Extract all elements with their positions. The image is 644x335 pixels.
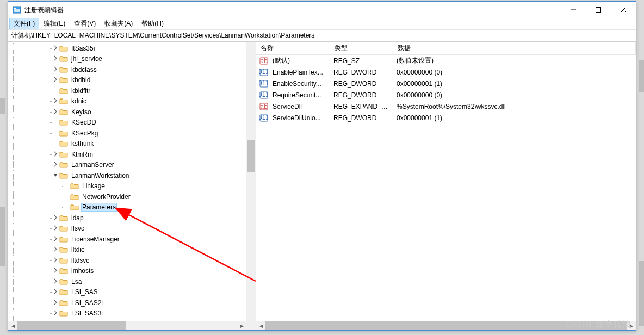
binary-value-icon: 011 <box>259 68 268 77</box>
folder-icon <box>59 214 68 222</box>
menu-favorites[interactable]: 收藏夹(A) <box>100 18 137 29</box>
expand-toggle[interactable] <box>52 215 59 221</box>
value-row[interactable]: abServiceDllREG_EXPAND_SZ%SystemRoot%\Sy… <box>256 101 636 112</box>
tree-item-lanmanserver[interactable]: LanmanServer <box>8 160 256 171</box>
expand-toggle[interactable] <box>52 66 59 73</box>
folder-icon <box>59 225 68 232</box>
expand-toggle[interactable] <box>52 225 59 232</box>
column-header-type[interactable]: 类型 <box>330 42 393 54</box>
value-name: (默认) <box>268 56 329 65</box>
close-button[interactable] <box>611 2 636 18</box>
tree-item-ldap[interactable]: ldap <box>8 213 256 224</box>
tree-item-label: lltdsvc <box>70 256 90 265</box>
tree-item-ksecdd[interactable]: KSecDD <box>8 117 256 128</box>
expand-toggle[interactable] <box>52 289 59 295</box>
maximize-button[interactable] <box>586 2 611 18</box>
tree-item-lmhosts[interactable]: lmhosts <box>8 266 256 277</box>
folder-icon <box>59 267 68 275</box>
folder-icon <box>59 55 68 63</box>
scroll-left-icon[interactable]: ◂ <box>8 321 17 330</box>
tree-item-label: LicenseManager <box>70 235 121 244</box>
value-data: 0x00000000 (0) <box>392 91 636 99</box>
tree-view[interactable]: ItSas35ijhi_servicekbdclasskbdhidkbldflt… <box>8 42 256 330</box>
svg-text:ab: ab <box>260 57 268 65</box>
tree-item-kbldfltr[interactable]: kbldfltr <box>8 85 256 96</box>
expand-toggle[interactable] <box>52 300 59 306</box>
value-row[interactable]: 011EnablePlainTex...REG_DWORD0x00000000 … <box>256 66 636 78</box>
expand-toggle[interactable] <box>52 109 59 115</box>
folder-icon <box>59 108 68 116</box>
column-header-data[interactable]: 数据 <box>393 42 636 54</box>
expand-toggle[interactable] <box>52 257 59 264</box>
expand-toggle[interactable] <box>52 77 59 83</box>
tree-item-kdnic[interactable]: kdnic <box>8 96 256 107</box>
expand-toggle[interactable] <box>52 162 59 168</box>
tree-item-linkage[interactable]: Linkage <box>8 181 256 192</box>
value-row[interactable]: 011RequireSecurit...REG_DWORD0x00000000 … <box>256 89 636 101</box>
tree-item-licensemanager[interactable]: LicenseManager <box>8 234 256 245</box>
svg-rect-1 <box>14 8 16 9</box>
tree-item-ksecpkg[interactable]: KSecPkg <box>8 128 256 139</box>
tree-vscrollbar[interactable] <box>246 42 256 330</box>
scroll-right-icon[interactable]: ▸ <box>237 321 246 330</box>
tree-item-kbdclass[interactable]: kbdclass <box>8 64 256 75</box>
value-row[interactable]: ab(默认)REG_SZ(数值未设置) <box>256 55 636 66</box>
folder-icon <box>70 193 79 201</box>
tree-item-itsas35i[interactable]: ItSas35i <box>8 43 256 54</box>
tree-item-lanmanworkstation[interactable]: LanmanWorkstation <box>8 170 256 181</box>
expand-toggle[interactable] <box>52 151 59 158</box>
tree-item-ksthunk[interactable]: ksthunk <box>8 139 256 150</box>
expand-toggle[interactable] <box>52 172 59 179</box>
scroll-thumb[interactable] <box>265 321 627 330</box>
scroll-thumb[interactable] <box>17 321 126 330</box>
expand-toggle[interactable] <box>52 278 59 285</box>
folder-icon <box>59 235 68 243</box>
scroll-thumb[interactable] <box>247 140 255 172</box>
tree-item-jhi_service[interactable]: jhi_service <box>8 54 256 65</box>
tree-item-lsi_sas[interactable]: LSI_SAS <box>8 287 256 298</box>
tree-item-lltdio[interactable]: lltdio <box>8 245 256 256</box>
scroll-right-icon[interactable]: ▸ <box>627 321 636 330</box>
value-row[interactable]: 011ServiceDllUnlo...REG_DWORD0x00000001 … <box>256 112 636 123</box>
expand-toggle[interactable] <box>52 55 59 62</box>
menu-edit[interactable]: 编辑(E) <box>39 18 70 29</box>
tree-item-label: KSecDD <box>70 118 97 127</box>
list-hscrollbar[interactable]: ◂ ▸ <box>256 321 636 330</box>
tree-item-lltdsvc[interactable]: lltdsvc <box>8 255 256 266</box>
folder-icon <box>59 299 68 307</box>
expand-toggle[interactable] <box>52 268 59 274</box>
list-body[interactable]: ab(默认)REG_SZ(数值未设置)011EnablePlainTex...R… <box>256 55 636 321</box>
minimize-button[interactable] <box>561 2 586 18</box>
value-name: RequireSecurit... <box>268 91 329 99</box>
tree-item-lfsvc[interactable]: lfsvc <box>8 224 256 234</box>
title-bar[interactable]: 注册表编辑器 <box>8 2 636 18</box>
value-type: REG_EXPAND_SZ <box>329 103 392 110</box>
address-bar[interactable]: 计算机\HKEY_LOCAL_MACHINE\SYSTEM\CurrentCon… <box>8 30 636 42</box>
expand-toggle[interactable] <box>52 246 59 253</box>
tree-item-parameters[interactable]: Parameters <box>8 202 256 213</box>
tree-item-keyiso[interactable]: KeyIso <box>8 107 256 117</box>
column-header-name[interactable]: 名称 <box>256 42 330 54</box>
menu-file[interactable]: 文件(F) <box>9 18 39 29</box>
folder-icon <box>59 87 68 95</box>
value-data: 0x00000001 (1) <box>392 114 636 122</box>
tree-item-ktmrm[interactable]: KtmRm <box>8 149 256 160</box>
folder-icon <box>59 45 68 52</box>
tree-item-lsi_sas3i[interactable]: LSI_SAS3i <box>8 308 256 319</box>
tree-item-kbdhid[interactable]: kbdhid <box>8 75 256 86</box>
expand-toggle[interactable] <box>52 45 59 52</box>
tree-hscrollbar[interactable]: ◂ ▸ <box>8 321 246 330</box>
value-type: REG_DWORD <box>329 69 392 76</box>
folder-icon <box>70 203 79 211</box>
menu-view[interactable]: 查看(V) <box>70 18 100 29</box>
expand-toggle[interactable] <box>52 310 59 317</box>
tree-item-lsi_sas2i[interactable]: LSI_SAS2i <box>8 297 256 308</box>
tree-item-lsa[interactable]: Lsa <box>8 276 256 287</box>
expand-toggle[interactable] <box>52 98 59 104</box>
menu-help[interactable]: 帮助(H) <box>137 18 168 29</box>
tree-item-networkprovider[interactable]: NetworkProvider <box>8 191 256 202</box>
value-row[interactable]: 011EnableSecurity...REG_DWORD0x00000001 … <box>256 78 636 89</box>
expand-toggle[interactable] <box>52 236 59 243</box>
scroll-left-icon[interactable]: ◂ <box>256 321 265 330</box>
folder-icon <box>59 97 68 105</box>
